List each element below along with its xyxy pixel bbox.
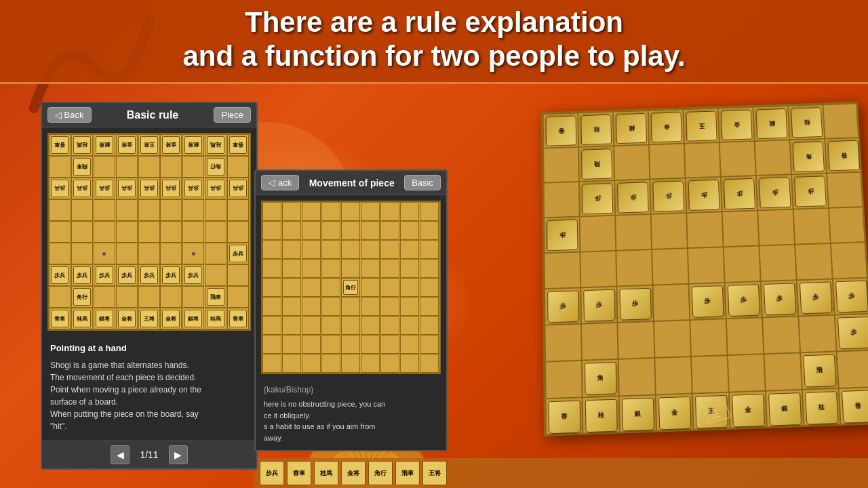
real-piece: 銀 xyxy=(621,397,654,431)
shogi-piece: 桂馬 xyxy=(73,310,91,327)
board-cell: 銀将 xyxy=(94,308,115,329)
basic-button[interactable]: Basic xyxy=(404,175,441,190)
real-board-cell xyxy=(793,208,831,245)
real-board-cell xyxy=(654,320,691,358)
real-board-cell xyxy=(831,242,868,279)
prev-button[interactable]: ◀ xyxy=(111,445,130,464)
movement-cell xyxy=(302,259,321,278)
real-board-cell: 銀 xyxy=(613,110,649,146)
real-board-cell: 香 xyxy=(839,387,868,426)
board-cell xyxy=(138,156,160,178)
real-piece: 歩 xyxy=(799,281,832,314)
board-cell xyxy=(116,286,138,308)
piece-name-label: (kaku/Bishop) xyxy=(264,384,438,396)
real-board-cell: 銀 xyxy=(753,106,789,141)
shogi-piece: 銀将 xyxy=(184,310,202,327)
real-piece: 玉 xyxy=(686,110,717,141)
movement-cell xyxy=(380,316,399,335)
real-board-cell xyxy=(837,350,868,388)
movement-cell xyxy=(321,259,340,278)
movement-cell xyxy=(341,221,360,240)
board-cell: 香車 xyxy=(227,308,249,329)
board-cell xyxy=(138,286,160,308)
real-board-cell: 金 xyxy=(656,394,694,432)
board-cell: 歩兵 xyxy=(227,178,249,199)
board-cell xyxy=(205,264,226,286)
board-cell xyxy=(227,156,249,178)
real-board-cell: 歩 xyxy=(614,179,651,215)
board-cell xyxy=(205,243,226,264)
movement-description: (kaku/Bishop) here is no obstructing pie… xyxy=(258,380,443,447)
board-cell: 香車 xyxy=(49,134,71,156)
real-piece: 歩 xyxy=(652,180,684,211)
movement-cell xyxy=(321,354,340,373)
movement-back-button[interactable]: ◁ ack xyxy=(261,175,299,190)
shogi-piece: 歩兵 xyxy=(140,180,158,197)
real-board-cell: 香 xyxy=(543,113,578,148)
movement-cell xyxy=(420,316,439,335)
board-cell: 歩兵 xyxy=(116,264,138,286)
piece-button[interactable]: Piece xyxy=(214,107,251,123)
movement-cell xyxy=(282,354,301,373)
movement-cell xyxy=(302,354,321,373)
movement-cell xyxy=(262,278,281,297)
board-cell xyxy=(94,243,115,264)
real-piece: 歩 xyxy=(583,289,615,321)
board-cell xyxy=(138,243,160,264)
real-piece: 桂 xyxy=(580,114,612,144)
board-cell: 王将 xyxy=(138,134,160,156)
real-board-cell xyxy=(728,354,766,392)
real-board-cell: 桂 xyxy=(578,112,614,147)
board-cell xyxy=(138,199,160,221)
board-cell: 歩兵 xyxy=(71,178,93,199)
real-board-cell xyxy=(690,319,727,357)
back-button[interactable]: ◁ Back xyxy=(47,107,92,123)
real-board-cell: 歩 xyxy=(835,314,868,352)
real-piece: 香 xyxy=(841,390,868,423)
board-cell xyxy=(138,221,160,243)
bottom-piece: 角行 xyxy=(368,461,393,485)
movement-cell xyxy=(361,297,380,316)
board-cell: 歩兵 xyxy=(205,178,226,199)
real-board-cell xyxy=(545,252,581,289)
real-board-cell xyxy=(649,144,686,180)
board-cell xyxy=(182,221,204,243)
real-board-cell xyxy=(616,249,652,287)
movement-cell xyxy=(361,240,380,259)
shogi-piece: 銀将 xyxy=(96,136,113,154)
real-piece: 歩 xyxy=(835,280,868,312)
board-cell xyxy=(71,199,93,221)
shogi-piece: 歩兵 xyxy=(118,266,136,284)
board-cell xyxy=(49,243,71,264)
real-board-cell xyxy=(827,172,864,208)
board-cell xyxy=(205,221,226,243)
next-button[interactable]: ▶ xyxy=(169,445,188,464)
real-board-cell: 歩 xyxy=(791,173,829,209)
real-board-cell xyxy=(617,321,654,359)
board-cell: 香車 xyxy=(49,308,71,329)
board-cell xyxy=(94,156,115,178)
real-board-cell: 桂 xyxy=(788,104,825,140)
real-board-cell xyxy=(688,247,725,284)
real-board-cell: 歩 xyxy=(797,279,835,316)
real-board-cell xyxy=(684,142,721,178)
real-piece: 銀 xyxy=(616,113,647,144)
shogi-piece: 王将 xyxy=(140,310,158,327)
movement-cell xyxy=(400,202,419,221)
panel-right-header: ◁ ack Movement of piece Basic xyxy=(256,171,446,195)
real-board-cell: 歩 xyxy=(725,281,762,319)
board-cell xyxy=(49,156,71,178)
board-cell: 歩兵 xyxy=(182,178,204,199)
real-piece: 飛 xyxy=(581,148,612,180)
movement-cell xyxy=(282,316,301,335)
shogi-piece: 香車 xyxy=(229,310,247,327)
text-title: Pointing at a hand xyxy=(50,342,248,355)
real-board-cell xyxy=(823,104,860,139)
real-board-cell xyxy=(764,352,802,390)
real-board-cell xyxy=(724,245,761,282)
board-cell xyxy=(116,243,138,264)
movement-cell xyxy=(262,259,281,278)
movement-panel: ◁ ack Movement of piece Basic 角行 (kaku/B… xyxy=(254,169,448,451)
real-board-cell: 歩 xyxy=(544,217,580,253)
movement-cell xyxy=(400,335,419,354)
